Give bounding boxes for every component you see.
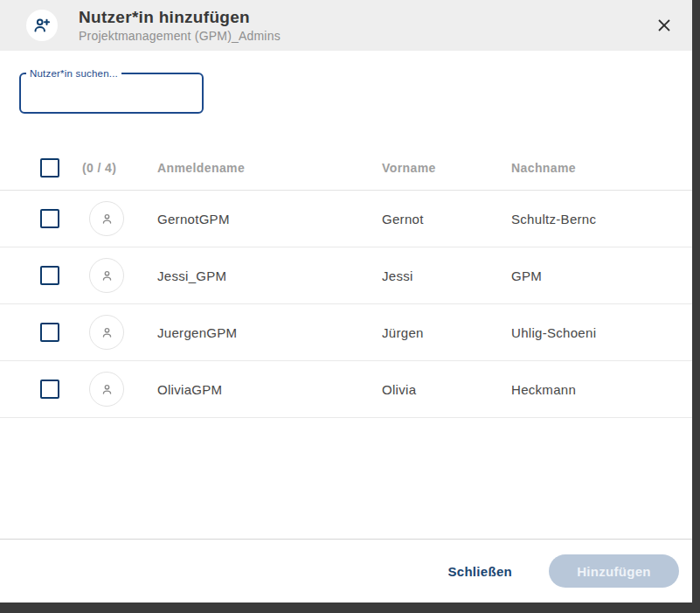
cell-nachname: Heckmann <box>511 382 692 397</box>
page-background: Nutzer*in hinzufügen Projektmanagement (… <box>0 0 700 613</box>
cell-nachname: GPM <box>511 268 692 283</box>
table-row: GernotGPM Gernot Schultz-Bernc <box>0 191 692 247</box>
dialog-title: Nutzer*in hinzufügen <box>79 8 281 27</box>
column-header-anmeldename: Anmeldename <box>157 161 382 175</box>
table-row: Jessi_GPM Jessi GPM <box>0 247 692 304</box>
cell-vorname: Jürgen <box>382 325 511 340</box>
dialog-footer: Schließen Hinzufügen <box>0 539 692 603</box>
avatar <box>89 258 124 293</box>
avatar <box>89 201 124 236</box>
table-row: OliviaGPM Olivia Heckmann <box>0 361 692 418</box>
cell-nachname: Schultz-Bernc <box>511 212 692 226</box>
dialog-subtitle: Projektmanagement (GPM)_Admins <box>79 29 281 43</box>
add-user-dialog: Nutzer*in hinzufügen Projektmanagement (… <box>0 0 692 603</box>
select-all-checkbox[interactable] <box>40 158 59 178</box>
row-checkbox[interactable] <box>40 209 59 228</box>
cell-anmeldename: Jessi_GPM <box>157 268 382 283</box>
cell-anmeldename: JuergenGPM <box>157 325 382 340</box>
user-search-field[interactable]: Nutzer*in suchen... <box>19 68 204 114</box>
search-area: Nutzer*in suchen... <box>0 68 692 114</box>
cell-vorname: Jessi <box>382 268 511 283</box>
cell-anmeldename: GernotGPM <box>157 212 382 226</box>
cell-vorname: Olivia <box>382 382 511 397</box>
row-checkbox[interactable] <box>40 266 59 285</box>
add-button[interactable]: Hinzufügen <box>549 554 679 588</box>
person-add-icon <box>26 10 58 41</box>
dialog-titles: Nutzer*in hinzufügen Projektmanagement (… <box>79 8 281 43</box>
dialog-header: Nutzer*in hinzufügen Projektmanagement (… <box>0 0 692 51</box>
column-header-vorname: Vorname <box>382 161 511 175</box>
selection-count: (0 / 4) <box>82 161 157 175</box>
table-header: (0 / 4) Anmeldename Vorname Nachname <box>0 145 692 191</box>
search-input[interactable] <box>28 79 195 107</box>
cell-anmeldename: OliviaGPM <box>157 382 382 397</box>
close-icon[interactable] <box>654 15 675 36</box>
close-button[interactable]: Schließen <box>447 564 512 579</box>
table-body: GernotGPM Gernot Schultz-Bernc Jessi_GPM… <box>0 191 692 418</box>
row-checkbox[interactable] <box>40 380 59 399</box>
row-checkbox[interactable] <box>40 323 59 342</box>
avatar <box>89 315 124 350</box>
search-label: Nutzer*in suchen... <box>26 68 121 79</box>
cell-vorname: Gernot <box>382 212 511 226</box>
cell-nachname: Uhlig-Schoeni <box>511 325 692 340</box>
table-row: JuergenGPM Jürgen Uhlig-Schoeni <box>0 304 692 361</box>
avatar <box>89 372 124 407</box>
column-header-nachname: Nachname <box>511 161 692 175</box>
user-table: (0 / 4) Anmeldename Vorname Nachname Ger… <box>0 145 692 418</box>
